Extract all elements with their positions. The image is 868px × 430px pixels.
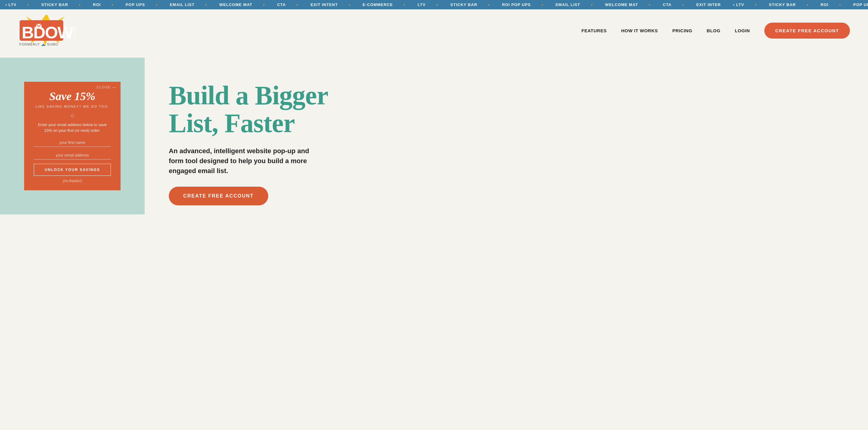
logo-area: BDOW! FORMERLY SUMO [18, 15, 75, 46]
svg-text:BDOW!: BDOW! [22, 23, 75, 42]
hero-heading-line1: Build a Bigger [169, 81, 328, 110]
formerly-label: FORMERLY SUMO [19, 42, 58, 46]
nav-create-account-button[interactable]: CREATE FREE ACCOUNT [764, 23, 850, 38]
nav-links: FEATURES HOW IT WORKS PRICING BLOG LOGIN… [581, 23, 850, 38]
hero-create-account-button[interactable]: CREATE FREE ACCOUNT [169, 187, 268, 205]
nav-pricing[interactable]: PRICING [673, 28, 692, 33]
popup-card: CLOSE Save 15% LIKE SAVING MONEY? WE DO … [24, 82, 121, 190]
popup-no-thanks[interactable]: (no thanks!) [34, 179, 111, 183]
nav-how-it-works[interactable]: HOW IT WORKS [621, 28, 658, 33]
popup-title: Save 15% [34, 90, 111, 103]
popup-preview-container: CLOSE Save 15% LIKE SAVING MONEY? WE DO … [0, 58, 145, 214]
popup-description: Enter your email address below to save 1… [34, 122, 111, 134]
hero-heading: Build a Bigger List, Faster [169, 82, 832, 138]
hero-section: CLOSE Save 15% LIKE SAVING MONEY? WE DO … [0, 52, 868, 224]
popup-first-name-input[interactable] [34, 138, 111, 147]
popup-email-input[interactable] [34, 151, 111, 160]
nav-features[interactable]: FEATURES [581, 28, 607, 33]
hero-text-area: Build a Bigger List, Faster An advanced,… [145, 58, 850, 224]
hero-heading-line2: List, Faster [169, 109, 295, 138]
popup-close-button[interactable]: CLOSE [97, 85, 116, 89]
bdow-logo: BDOW! [18, 15, 75, 45]
svg-marker-4 [42, 44, 45, 46]
nav-login[interactable]: LOGIN [735, 28, 750, 33]
popup-diamond-icon: ◇ [34, 113, 111, 118]
ticker-content: • LTV• STICKY BAR• ROI• POP UPS• EMAIL L… [0, 2, 868, 7]
ticker-bar: • LTV• STICKY BAR• ROI• POP UPS• EMAIL L… [0, 0, 868, 9]
nav-blog[interactable]: BLOG [707, 28, 720, 33]
hero-subtext: An advanced, intelligent website pop-up … [169, 146, 313, 176]
popup-unlock-button[interactable]: UNLOCK YOUR SAVINGS [34, 164, 111, 176]
popup-subtitle: LIKE SAVING MONEY? WE DO TOO. [34, 105, 111, 108]
navbar: BDOW! FORMERLY SUMO FEATURES HOW IT WORK… [0, 9, 868, 52]
